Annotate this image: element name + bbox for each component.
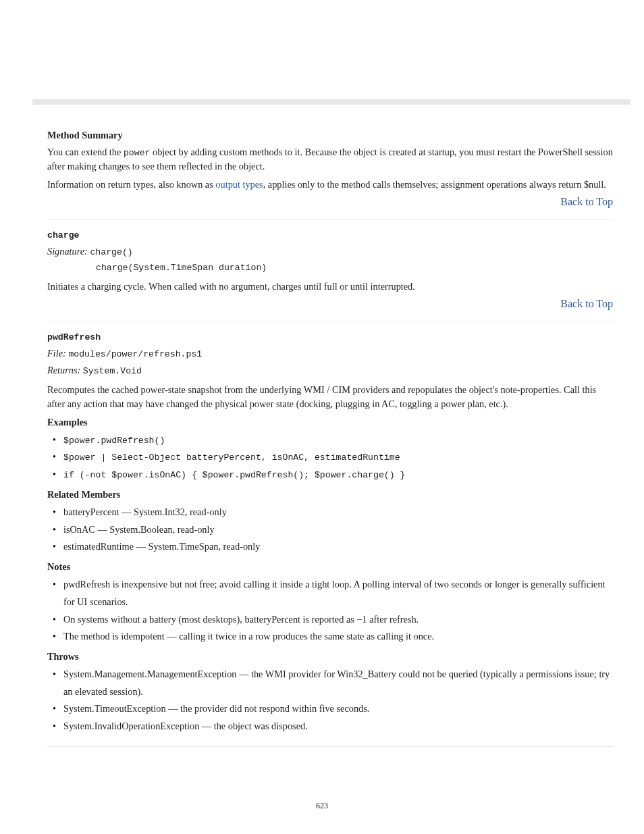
method-block-charge: charge Signature: charge() charge(System…: [47, 229, 613, 310]
list-item: isOnAC — System.Boolean, read-only: [47, 521, 613, 539]
list-item: batteryPercent — System.Int32, read-only: [47, 504, 613, 521]
signature-value: charge(): [90, 247, 132, 257]
back-to-top-link[interactable]: Back to Top: [560, 196, 613, 207]
list-item: $power.pwdRefresh(): [47, 432, 613, 449]
returns-label: Returns:: [47, 365, 80, 375]
throws-list: System.Management.ManagementException — …: [47, 666, 613, 735]
page-number: 623: [0, 801, 644, 811]
method-block-pwdrefresh: pwdRefresh File: modules/power/refresh.p…: [47, 331, 613, 735]
signature-value-overload: charge(System.TimeSpan duration): [96, 263, 267, 273]
list-item: pwdRefresh is inexpensive but not free; …: [47, 576, 613, 610]
back-to-top-link[interactable]: Back to Top: [560, 298, 613, 309]
list-item: estimatedRuntime — System.TimeSpan, read…: [47, 538, 613, 556]
code-inline: power: [124, 148, 151, 158]
section-divider: [47, 746, 613, 747]
throws-heading: Throws: [47, 651, 613, 662]
notes-list: pwdRefresh is inexpensive but not free; …: [47, 576, 613, 646]
notes-heading: Notes: [47, 561, 613, 573]
examples-list: $power.pwdRefresh() $power | Select-Obje…: [47, 432, 613, 484]
header-divider: [32, 99, 630, 105]
list-item: The method is idempotent — calling it tw…: [47, 628, 613, 646]
page-content: Method Summary You can extend the power …: [47, 120, 613, 756]
section-divider: [47, 219, 613, 219]
list-item: if (-not $power.isOnAC) { $power.pwdRefr…: [47, 466, 613, 484]
method-definition: Recomputes the cached power-state snapsh…: [47, 383, 613, 411]
list-item: System.InvalidOperationException — the o…: [47, 718, 613, 735]
file-label: File:: [47, 348, 66, 359]
list-item: System.Management.ManagementException — …: [47, 666, 613, 700]
intro-paragraph-2: Information on return types, also known …: [47, 178, 613, 192]
output-types-link[interactable]: output types: [215, 179, 263, 190]
method-description: Initiates a charging cycle. When called …: [47, 280, 613, 294]
signature-label: Signature:: [47, 246, 88, 257]
related-heading: Related Members: [47, 489, 613, 500]
related-list: batteryPercent — System.Int32, read-only…: [47, 504, 613, 556]
method-name: charge: [47, 230, 79, 240]
list-item: System.TimeoutException — the provider d…: [47, 700, 613, 718]
examples-heading: Examples: [47, 417, 613, 428]
section-heading-method-summary: Method Summary: [47, 130, 613, 141]
section-divider: [47, 321, 613, 321]
list-item: $power | Select-Object batteryPercent, i…: [47, 448, 613, 466]
intro-paragraph-1: You can extend the power object by addin…: [47, 145, 613, 174]
list-item: On systems without a battery (most deskt…: [47, 611, 613, 629]
returns-value: System.Void: [83, 366, 142, 376]
file-value: modules/power/refresh.ps1: [68, 349, 202, 359]
method-name: pwdRefresh: [47, 332, 101, 342]
